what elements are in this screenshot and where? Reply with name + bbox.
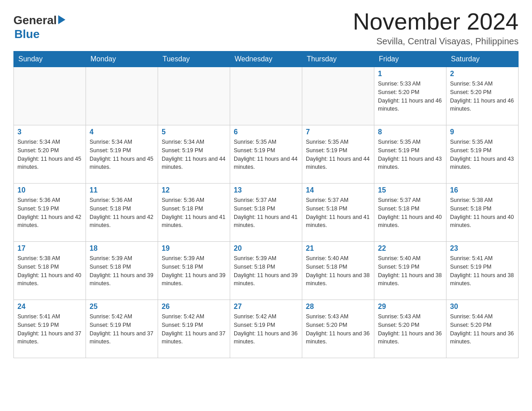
- calendar-cell: 17Sunrise: 5:38 AMSunset: 5:18 PMDayligh…: [14, 242, 86, 300]
- day-info: Sunrise: 5:39 AMSunset: 5:18 PMDaylight:…: [90, 254, 154, 288]
- day-number: 3: [17, 128, 82, 136]
- day-info: Sunrise: 5:36 AMSunset: 5:19 PMDaylight:…: [17, 196, 82, 230]
- day-number: 26: [162, 303, 226, 311]
- calendar-table: SundayMondayTuesdayWednesdayThursdayFrid…: [13, 51, 519, 358]
- calendar-cell: [302, 67, 374, 125]
- calendar-cell: 3Sunrise: 5:34 AMSunset: 5:20 PMDaylight…: [14, 125, 86, 184]
- day-info: Sunrise: 5:34 AMSunset: 5:20 PMDaylight:…: [450, 80, 515, 113]
- day-info: Sunrise: 5:37 AMSunset: 5:18 PMDaylight:…: [306, 196, 370, 230]
- calendar-cell: 22Sunrise: 5:40 AMSunset: 5:19 PMDayligh…: [374, 242, 446, 300]
- calendar-week-row: 24Sunrise: 5:41 AMSunset: 5:19 PMDayligh…: [14, 300, 519, 358]
- calendar-cell: 8Sunrise: 5:35 AMSunset: 5:19 PMDaylight…: [374, 125, 446, 184]
- day-info: Sunrise: 5:39 AMSunset: 5:18 PMDaylight:…: [234, 254, 298, 288]
- calendar-cell: 13Sunrise: 5:37 AMSunset: 5:18 PMDayligh…: [230, 184, 302, 242]
- day-info: Sunrise: 5:40 AMSunset: 5:19 PMDaylight:…: [378, 254, 442, 288]
- calendar-cell: 28Sunrise: 5:43 AMSunset: 5:20 PMDayligh…: [302, 300, 374, 358]
- logo: General Blue: [13, 13, 65, 41]
- calendar-cell: 2Sunrise: 5:34 AMSunset: 5:20 PMDaylight…: [446, 67, 519, 125]
- day-info: Sunrise: 5:37 AMSunset: 5:18 PMDaylight:…: [234, 196, 298, 230]
- calendar-cell: 21Sunrise: 5:40 AMSunset: 5:18 PMDayligh…: [302, 242, 374, 300]
- day-number: 20: [234, 244, 298, 253]
- logo-arrow-icon: [58, 15, 65, 24]
- day-number: 1: [378, 70, 442, 78]
- day-number: 22: [378, 244, 442, 253]
- calendar-cell: 15Sunrise: 5:37 AMSunset: 5:18 PMDayligh…: [374, 184, 446, 242]
- calendar-cell: [158, 67, 230, 125]
- logo-general-text: General: [13, 13, 57, 27]
- day-number: 16: [450, 186, 515, 194]
- day-number: 30: [450, 303, 515, 311]
- day-info: Sunrise: 5:37 AMSunset: 5:18 PMDaylight:…: [378, 196, 442, 230]
- month-title: November 2024: [353, 9, 519, 34]
- calendar-cell: 24Sunrise: 5:41 AMSunset: 5:19 PMDayligh…: [14, 300, 86, 358]
- day-number: 10: [17, 186, 82, 194]
- calendar-cell: 23Sunrise: 5:41 AMSunset: 5:19 PMDayligh…: [446, 242, 519, 300]
- day-number: 21: [306, 244, 370, 253]
- calendar-cell: 6Sunrise: 5:35 AMSunset: 5:19 PMDaylight…: [230, 125, 302, 184]
- day-header-tuesday: Tuesday: [158, 51, 230, 67]
- day-number: 23: [450, 244, 515, 253]
- day-info: Sunrise: 5:34 AMSunset: 5:19 PMDaylight:…: [90, 138, 154, 171]
- calendar-cell: 11Sunrise: 5:36 AMSunset: 5:18 PMDayligh…: [86, 184, 158, 242]
- day-info: Sunrise: 5:38 AMSunset: 5:18 PMDaylight:…: [450, 196, 515, 230]
- day-info: Sunrise: 5:35 AMSunset: 5:19 PMDaylight:…: [306, 138, 370, 171]
- day-info: Sunrise: 5:43 AMSunset: 5:20 PMDaylight:…: [306, 313, 370, 346]
- day-info: Sunrise: 5:35 AMSunset: 5:19 PMDaylight:…: [450, 138, 515, 171]
- day-info: Sunrise: 5:42 AMSunset: 5:19 PMDaylight:…: [234, 313, 298, 346]
- calendar-cell: [86, 67, 158, 125]
- day-number: 27: [234, 303, 298, 311]
- day-number: 8: [378, 128, 442, 136]
- day-info: Sunrise: 5:34 AMSunset: 5:19 PMDaylight:…: [162, 138, 226, 171]
- calendar-week-row: 3Sunrise: 5:34 AMSunset: 5:20 PMDaylight…: [14, 125, 519, 184]
- day-number: 24: [17, 303, 82, 311]
- day-info: Sunrise: 5:41 AMSunset: 5:19 PMDaylight:…: [17, 313, 82, 346]
- day-number: 2: [450, 70, 515, 78]
- day-info: Sunrise: 5:36 AMSunset: 5:18 PMDaylight:…: [162, 196, 226, 230]
- calendar-week-row: 10Sunrise: 5:36 AMSunset: 5:19 PMDayligh…: [14, 184, 519, 242]
- day-number: 11: [90, 186, 154, 194]
- calendar-cell: 26Sunrise: 5:42 AMSunset: 5:19 PMDayligh…: [158, 300, 230, 358]
- day-number: 5: [162, 128, 226, 136]
- calendar-cell: 20Sunrise: 5:39 AMSunset: 5:18 PMDayligh…: [230, 242, 302, 300]
- day-header-sunday: Sunday: [14, 51, 86, 67]
- day-number: 7: [306, 128, 370, 136]
- calendar-cell: 5Sunrise: 5:34 AMSunset: 5:19 PMDaylight…: [158, 125, 230, 184]
- calendar-cell: 4Sunrise: 5:34 AMSunset: 5:19 PMDaylight…: [86, 125, 158, 184]
- calendar-cell: 1Sunrise: 5:33 AMSunset: 5:20 PMDaylight…: [374, 67, 446, 125]
- day-info: Sunrise: 5:36 AMSunset: 5:18 PMDaylight:…: [90, 196, 154, 230]
- day-info: Sunrise: 5:41 AMSunset: 5:19 PMDaylight:…: [450, 254, 515, 288]
- header-right: November 2024 Sevilla, Central Visayas, …: [353, 9, 519, 47]
- logo-blue-text: Blue: [14, 27, 39, 41]
- day-header-thursday: Thursday: [302, 51, 374, 67]
- location: Sevilla, Central Visayas, Philippines: [353, 36, 519, 47]
- calendar-cell: 27Sunrise: 5:42 AMSunset: 5:19 PMDayligh…: [230, 300, 302, 358]
- day-number: 28: [306, 303, 370, 311]
- day-number: 9: [450, 128, 515, 136]
- day-header-wednesday: Wednesday: [230, 51, 302, 67]
- day-info: Sunrise: 5:34 AMSunset: 5:20 PMDaylight:…: [17, 138, 82, 171]
- calendar-cell: 14Sunrise: 5:37 AMSunset: 5:18 PMDayligh…: [302, 184, 374, 242]
- calendar-cell: 19Sunrise: 5:39 AMSunset: 5:18 PMDayligh…: [158, 242, 230, 300]
- calendar-cell: [14, 67, 86, 125]
- day-info: Sunrise: 5:35 AMSunset: 5:19 PMDaylight:…: [378, 138, 442, 171]
- calendar-cell: 25Sunrise: 5:42 AMSunset: 5:19 PMDayligh…: [86, 300, 158, 358]
- calendar-cell: 7Sunrise: 5:35 AMSunset: 5:19 PMDaylight…: [302, 125, 374, 184]
- day-number: 14: [306, 186, 370, 194]
- day-info: Sunrise: 5:39 AMSunset: 5:18 PMDaylight:…: [162, 254, 226, 288]
- day-header-friday: Friday: [374, 51, 446, 67]
- day-number: 18: [90, 244, 154, 253]
- page-header: General Blue November 2024 Sevilla, Cent…: [13, 9, 519, 47]
- day-info: Sunrise: 5:40 AMSunset: 5:18 PMDaylight:…: [306, 254, 370, 288]
- calendar-cell: 18Sunrise: 5:39 AMSunset: 5:18 PMDayligh…: [86, 242, 158, 300]
- calendar-cell: 30Sunrise: 5:44 AMSunset: 5:20 PMDayligh…: [446, 300, 519, 358]
- calendar-cell: 16Sunrise: 5:38 AMSunset: 5:18 PMDayligh…: [446, 184, 519, 242]
- day-number: 19: [162, 244, 226, 253]
- day-number: 25: [90, 303, 154, 311]
- day-info: Sunrise: 5:38 AMSunset: 5:18 PMDaylight:…: [17, 254, 82, 288]
- day-number: 4: [90, 128, 154, 136]
- day-number: 17: [17, 244, 82, 253]
- day-number: 12: [162, 186, 226, 194]
- day-info: Sunrise: 5:42 AMSunset: 5:19 PMDaylight:…: [162, 313, 226, 346]
- day-number: 15: [378, 186, 442, 194]
- day-number: 13: [234, 186, 298, 194]
